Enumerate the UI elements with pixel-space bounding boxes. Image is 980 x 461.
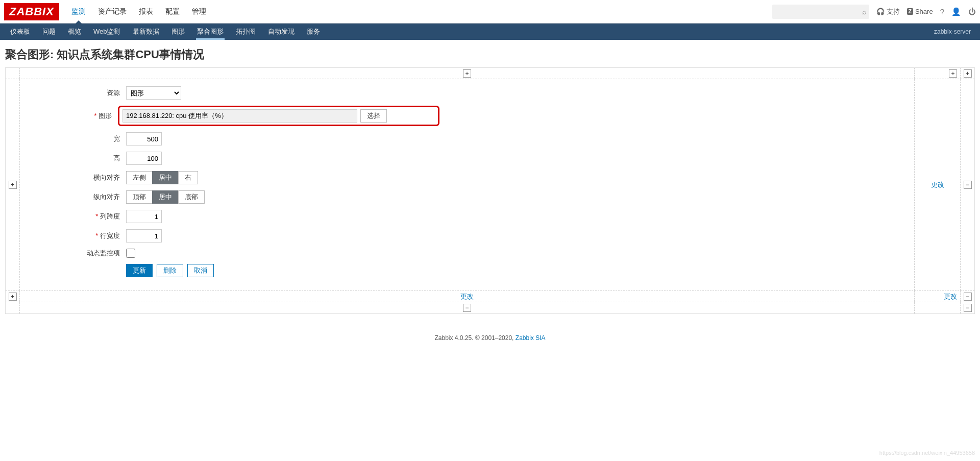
subnav-problems[interactable]: 问题	[36, 23, 62, 40]
power-icon[interactable]: ⏻	[968, 7, 976, 16]
remove-button-3[interactable]: −	[964, 304, 972, 312]
search-input[interactable]	[772, 5, 869, 19]
colspan-label: 列跨度	[34, 212, 126, 221]
rowspan-label: 行宽度	[34, 231, 126, 240]
subnav-screens[interactable]: 聚合图形	[191, 23, 230, 40]
subnav-services[interactable]: 服务	[301, 23, 326, 40]
colspan-input[interactable]	[126, 210, 162, 223]
halign-center[interactable]: 居中	[152, 171, 179, 184]
cell-form: 资源 图形 图形 选择 宽 高	[24, 81, 910, 288]
grid-bottom-main-2: −	[20, 302, 914, 313]
subnav-discovery[interactable]: 自动发现	[262, 23, 301, 40]
valign-label: 纵向对齐	[34, 192, 126, 202]
top-nav: 监测 资产记录 报表 配置 管理	[65, 0, 212, 23]
topnav-reports[interactable]: 报表	[133, 0, 159, 23]
rowspan-row: 行宽度	[34, 229, 900, 242]
grid-corner-tr: +	[960, 68, 974, 79]
add-col-button-2[interactable]: +	[949, 69, 957, 78]
width-input[interactable]	[126, 132, 162, 145]
valign-row: 纵向对齐 顶部 居中 底部	[34, 190, 900, 204]
update-button[interactable]: 更新	[126, 264, 153, 277]
halign-label: 横向对齐	[34, 173, 126, 182]
remove-col-button[interactable]: −	[463, 304, 471, 312]
resource-label: 资源	[34, 88, 126, 98]
grid-left-rail: +	[6, 79, 20, 290]
subnav-web[interactable]: Web监测	[87, 23, 127, 40]
grid-corner-tl	[6, 68, 20, 79]
grid-br-2: −	[960, 302, 974, 313]
add-row-button[interactable]: +	[9, 181, 17, 189]
valign-top[interactable]: 顶部	[126, 190, 153, 204]
subnav-maps[interactable]: 拓扑图	[230, 23, 262, 40]
delete-button[interactable]: 删除	[157, 264, 183, 277]
search-icon[interactable]: ⌕	[862, 8, 866, 16]
halign-right[interactable]: 右	[178, 171, 198, 184]
grid-bottom-right: 更改	[914, 291, 960, 302]
footer-text: Zabbix 4.0.25. © 2001–2020,	[435, 334, 516, 342]
user-icon[interactable]: 👤	[951, 7, 961, 16]
rowspan-input[interactable]	[126, 229, 162, 242]
resource-select[interactable]: 图形	[126, 86, 181, 100]
halign-left[interactable]: 左侧	[126, 171, 153, 184]
select-button[interactable]: 选择	[360, 109, 387, 123]
grid-br: −	[960, 291, 974, 302]
share-link[interactable]: ZShare	[907, 8, 933, 15]
colspan-row: 列跨度	[34, 210, 900, 223]
grid-bottom-main: 更改	[20, 291, 914, 302]
change-link[interactable]: 更改	[931, 180, 944, 189]
halign-toggle: 左侧 居中 右	[126, 171, 198, 184]
valign-bottom[interactable]: 底部	[178, 190, 205, 204]
buttons-row: 更新 删除 取消	[34, 264, 900, 277]
topnav-config[interactable]: 配置	[159, 0, 186, 23]
grid-top-main: +	[20, 68, 914, 79]
subnav-graphs[interactable]: 图形	[165, 23, 191, 40]
support-link[interactable]: 🎧支持	[876, 7, 900, 16]
dynamic-row: 动态监控项	[34, 249, 900, 258]
top-right: ⌕ 🎧支持 ZShare ? 👤 ⏻	[772, 5, 976, 19]
page-title: 聚合图形: 知识点系统集群CPU事情情况	[0, 40, 980, 67]
help-icon[interactable]: ?	[940, 7, 944, 16]
grid-bottom-row: + 更改 更改 −	[6, 291, 974, 302]
grid-bl-2	[6, 302, 20, 313]
z-icon: Z	[907, 8, 913, 15]
grid-right-rail: 更改	[914, 79, 960, 290]
subnav-overview[interactable]: 概览	[62, 23, 87, 40]
dynamic-checkbox[interactable]	[126, 249, 135, 258]
dynamic-label: 动态监控项	[34, 249, 126, 258]
topnav-inventory[interactable]: 资产记录	[92, 0, 133, 23]
halign-row: 横向对齐 左侧 居中 右	[34, 171, 900, 184]
cancel-button[interactable]: 取消	[187, 264, 214, 277]
add-col-button[interactable]: +	[463, 69, 471, 78]
resource-row: 资源 图形	[34, 86, 900, 100]
width-label: 宽	[34, 134, 126, 143]
valign-toggle: 顶部 居中 底部	[126, 190, 205, 204]
height-input[interactable]	[126, 152, 162, 165]
search-wrap: ⌕	[772, 5, 869, 19]
graph-input[interactable]	[122, 109, 357, 123]
topnav-admin[interactable]: 管理	[186, 0, 212, 23]
subnav-latest[interactable]: 最新数据	[127, 23, 165, 40]
remove-button[interactable]: −	[964, 181, 972, 189]
remove-button-2[interactable]: −	[964, 293, 972, 301]
grid-content-row: + 资源 图形 图形 选择 宽	[6, 79, 974, 291]
height-label: 高	[34, 154, 126, 163]
grid-far-rail: −	[960, 79, 974, 290]
button-group: 更新 删除 取消	[126, 264, 214, 277]
server-label: zabbix-server	[934, 28, 976, 35]
add-button-corner[interactable]: +	[964, 69, 972, 78]
main: + + + + 资源 图形 图形	[0, 67, 980, 324]
footer: Zabbix 4.0.25. © 2001–2020, Zabbix SIA	[0, 324, 980, 352]
change-link-2[interactable]: 更改	[460, 292, 474, 301]
graph-label: 图形	[34, 111, 118, 120]
width-row: 宽	[34, 132, 900, 145]
sub-nav: 仪表板 问题 概览 Web监测 最新数据 图形 聚合图形 拓扑图 自动发现 服务…	[0, 23, 980, 40]
valign-middle[interactable]: 居中	[152, 190, 179, 204]
screen-grid: + + + + 资源 图形 图形	[5, 67, 975, 314]
height-row: 高	[34, 152, 900, 165]
logo[interactable]: ZABBIX	[4, 3, 59, 20]
footer-link[interactable]: Zabbix SIA	[516, 334, 546, 342]
topnav-monitoring[interactable]: 监测	[65, 0, 92, 23]
change-link-3[interactable]: 更改	[944, 292, 957, 301]
subnav-dashboard[interactable]: 仪表板	[4, 23, 36, 40]
add-row-button-2[interactable]: +	[9, 293, 17, 301]
